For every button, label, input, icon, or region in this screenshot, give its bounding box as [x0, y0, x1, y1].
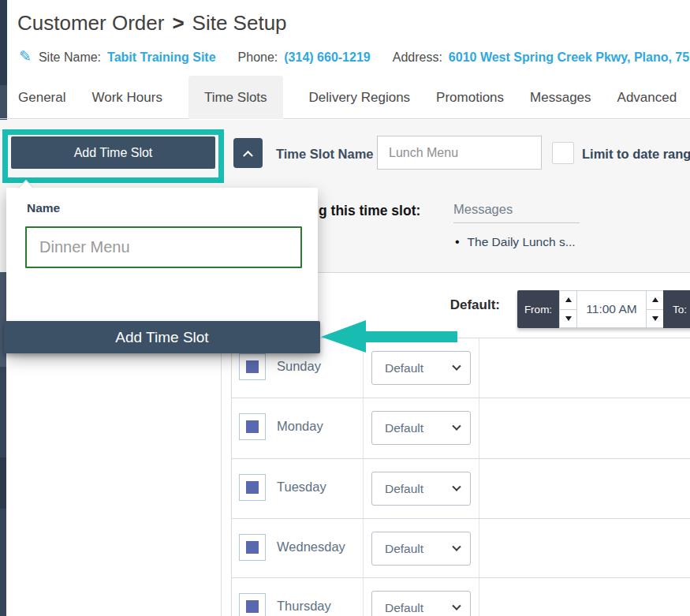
arrow-up-icon [652, 297, 658, 302]
table-row-monday: Monday Default From: 11:00 AM To: [232, 398, 690, 459]
sidebar-strip-band [0, 0, 7, 85]
annotation-arrow-left-icon [320, 319, 459, 355]
message-text: The Daily Lunch s... [468, 235, 576, 248]
slot-select-value: Default [385, 361, 423, 375]
messages-column-header: Messages [453, 202, 513, 217]
collapse-panel-button[interactable] [233, 138, 263, 168]
slot-select-value: Default [385, 542, 423, 556]
breadcrumb-customer-order: Customer Order [17, 11, 164, 35]
day-slot-select[interactable]: Default [371, 351, 471, 385]
tab-advanced[interactable]: Advanced [617, 77, 677, 119]
limit-date-range-label: Limit to date range [582, 147, 690, 162]
chevron-down-icon [452, 482, 461, 491]
breadcrumb-separator: > [172, 11, 184, 35]
time-slot-name-input[interactable] [377, 136, 542, 170]
default-row-label: Default: [421, 297, 500, 313]
day-cell: Tuesday [232, 459, 364, 518]
time-cell: From: 11:00 AM To: [479, 578, 690, 616]
from-label: From: [517, 290, 559, 328]
address-link[interactable]: 6010 West Spring Creek Pkwy, Plano, 7502… [449, 50, 690, 65]
checkbox-checked-indicator [246, 600, 259, 613]
add-time-slot-popover: Name Add Time Slot [6, 188, 318, 353]
site-setup-page: Customer Order>Site Setup ✎ Site Name: T… [0, 0, 690, 616]
address-label: Address: [393, 50, 442, 65]
tab-promotions[interactable]: Promotions [436, 77, 504, 119]
day-label: Monday [277, 419, 323, 434]
popover-name-label: Name [27, 201, 60, 215]
table-row-tuesday: Tuesday Default From: 11:00 AM To: [232, 459, 690, 519]
phone-label: Phone: [238, 50, 278, 65]
breadcrumb-site-setup: Site Setup [192, 11, 287, 35]
slot-select-value: Default [385, 482, 423, 496]
day-slot-select[interactable]: Default [371, 472, 471, 506]
from-time-stepper [559, 290, 576, 328]
slot-cell: Default [364, 398, 479, 458]
day-slot-select[interactable]: Default [371, 532, 471, 566]
popover-add-time-slot-button[interactable]: Add Time Slot [4, 321, 320, 353]
slot-select-value: Default [385, 421, 423, 435]
stepper-down-button[interactable] [560, 310, 576, 328]
tab-bar: General Work Hours Time Slots Delivery R… [0, 77, 690, 119]
checkbox-checked-indicator [246, 481, 259, 494]
day-checkbox[interactable] [239, 413, 266, 440]
site-info-row: ✎ Site Name: Tabit Training Site Phone: … [19, 48, 690, 66]
tab-delivery-regions[interactable]: Delivery Regions [309, 77, 411, 119]
day-checkbox[interactable] [239, 474, 266, 501]
limit-date-range-checkbox[interactable] [552, 142, 574, 164]
tab-time-slots[interactable]: Time Slots [188, 76, 283, 119]
time-cell: From: 11:00 AM To: [479, 459, 690, 518]
table-row-thursday: Thursday Default From: 11:00 AM To: [232, 578, 690, 616]
day-label: Sunday [277, 359, 321, 374]
page-title: Customer Order>Site Setup [17, 11, 287, 35]
time-slot-messages-caption: g this time slot: [319, 203, 420, 219]
time-cell: From: 11:00 AM To: [479, 398, 690, 458]
stepper-down-button[interactable] [647, 310, 663, 328]
default-time-range-widget: From: 11:00 AM To: [517, 290, 690, 328]
table-row-wednesday: Wednesday Default From: 11:00 AM To: [232, 519, 690, 578]
day-label: Thursday [277, 599, 331, 614]
time-cell: From: 11:00 AM To: [479, 519, 690, 577]
popover-name-input[interactable] [25, 226, 302, 268]
add-time-slot-button[interactable]: Add Time Slot [11, 136, 215, 169]
bullet-icon: • [455, 235, 460, 248]
pencil-icon[interactable]: ✎ [19, 47, 32, 65]
time-cell: From: 11:00 AM To: [479, 338, 690, 398]
site-name-label: Site Name: [39, 50, 101, 65]
day-cell: Wednesday [232, 519, 364, 577]
tab-general[interactable]: General [18, 77, 65, 119]
default-from-time-field[interactable]: 11:00 AM [576, 290, 646, 328]
slot-cell: Default [364, 459, 479, 518]
phone-link[interactable]: (314) 660-1219 [284, 50, 370, 65]
day-checkbox[interactable] [239, 593, 266, 616]
checkbox-checked-indicator [246, 420, 259, 433]
checkbox-checked-indicator [246, 360, 259, 373]
arrow-down-icon [652, 316, 658, 321]
message-list-item: •The Daily Lunch s... [455, 235, 576, 249]
site-name-link[interactable]: Tabit Training Site [107, 50, 216, 65]
day-label: Wednesday [277, 539, 345, 554]
arrow-down-icon [565, 316, 572, 321]
day-checkbox[interactable] [239, 534, 266, 561]
day-label: Tuesday [277, 480, 326, 495]
stepper-up-button[interactable] [647, 291, 663, 310]
time-slot-name-label: Time Slot Name [276, 147, 373, 162]
arrow-up-icon [565, 297, 572, 302]
day-slot-select[interactable]: Default [371, 411, 471, 445]
checkbox-checked-indicator [246, 541, 259, 554]
messages-header-underline [453, 222, 580, 223]
chevron-down-icon [452, 421, 461, 430]
day-slot-select[interactable]: Default [371, 591, 471, 616]
stepper-up-button[interactable] [560, 291, 576, 310]
day-cell: Monday [232, 398, 364, 458]
from-time-stepper [646, 290, 663, 328]
to-label: To: [663, 290, 690, 328]
tab-messages[interactable]: Messages [530, 77, 591, 119]
slot-select-value: Default [385, 601, 423, 615]
chevron-down-icon [452, 601, 461, 610]
tab-work-hours[interactable]: Work Hours [91, 77, 162, 119]
chevron-down-icon [452, 361, 461, 370]
slot-cell: Default [364, 578, 479, 616]
slot-cell: Default [364, 519, 479, 577]
day-checkbox[interactable] [239, 353, 266, 380]
chevron-down-icon [452, 542, 461, 551]
